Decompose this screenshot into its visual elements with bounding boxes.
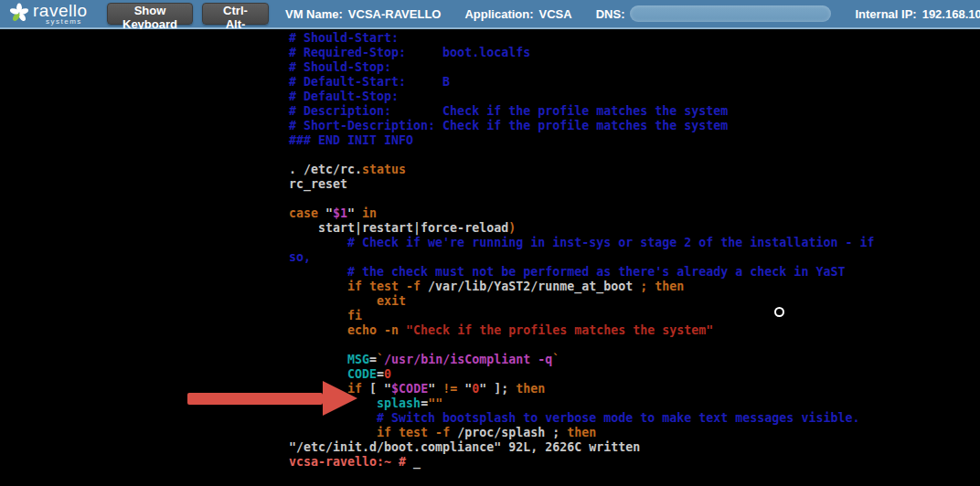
terminal-line	[289, 192, 874, 206]
terminal-line: if [ "$CODE" != "0" ]; then	[289, 382, 874, 396]
terminal-line: MSG=`/usr/bin/isCompliant -q`	[289, 353, 874, 367]
dns-redacted-value	[630, 5, 831, 22]
terminal-line: . /etc/rc.status	[289, 163, 874, 177]
terminal-line: exit	[289, 294, 874, 309]
internal-ip-field: Internal IP: 192.168.100.91	[855, 7, 980, 21]
internal-ip-label: Internal IP:	[855, 7, 916, 21]
terminal-line: # Default-Stop:	[289, 90, 874, 104]
terminal-line: # Should-Start:	[289, 31, 874, 46]
terminal-line: # the check must not be performed as the…	[289, 265, 874, 280]
terminal-line: # Required-Stop: boot.localfs	[289, 46, 874, 60]
terminal-line: echo -n "Check if the profiles matches t…	[289, 323, 874, 338]
application-value: VCSA	[539, 7, 572, 21]
mouse-cursor-ring	[774, 307, 784, 317]
terminal-line: # Description: Check if the profile matc…	[289, 104, 874, 119]
terminal-line: ### END INIT INFO	[289, 133, 874, 148]
terminal-line: # Short-Description: Check if the profil…	[289, 119, 874, 133]
vm-name-label: VM Name:	[285, 7, 343, 21]
terminal-line: "/etc/init.d/boot.compliance" 92L, 2626C…	[289, 440, 874, 455]
terminal-line: so,	[289, 250, 874, 265]
terminal-line: rc_reset	[289, 177, 874, 192]
terminal-line	[289, 338, 874, 353]
vm-name-field: VM Name: VCSA-RAVELLO	[285, 7, 441, 21]
ravello-logo: ravello systems	[9, 2, 105, 26]
terminal-line: start|restart|force-reload)	[289, 221, 874, 236]
terminal-line: vcsa-ravello:~ # _	[289, 455, 874, 470]
terminal-line: # Switch bootsplash to verbose mode to m…	[289, 411, 874, 426]
terminal-line: # Check if we're running in inst-sys or …	[289, 236, 874, 250]
internal-ip-value: 192.168.100.91	[922, 7, 980, 21]
annotation-arrow-head	[323, 381, 357, 416]
annotation-arrow-shaft	[187, 393, 323, 405]
dns-field: DNS:	[596, 5, 832, 22]
ctrl-alt-delete-button[interactable]: Ctrl-Alt-Delete	[202, 3, 269, 25]
terminal-line: if test -f /var/lib/YaST2/runme_at_boot …	[289, 280, 874, 294]
logo-subtitle: systems	[46, 18, 87, 26]
application-label: Application:	[464, 7, 533, 21]
annotation-arrow	[187, 381, 357, 416]
terminal-line: fi	[289, 309, 874, 323]
terminal-line: splash=""	[289, 396, 874, 411]
vm-console-screen[interactable]: # Should-Start:# Required-Stop: boot.loc…	[0, 29, 980, 486]
terminal-line	[289, 148, 874, 163]
terminal-line: if test -f /proc/splash ; then	[289, 426, 874, 440]
ravello-flower-icon	[9, 3, 29, 25]
console-header: ravello systems Show Keyboard Ctrl-Alt-D…	[0, 0, 980, 29]
console-text: # Should-Start:# Required-Stop: boot.loc…	[289, 31, 874, 470]
show-keyboard-button[interactable]: Show Keyboard	[107, 3, 193, 25]
dns-label: DNS:	[596, 7, 625, 21]
terminal-line: # Should-Stop:	[289, 60, 874, 75]
terminal-line: case "$1" in	[289, 206, 874, 221]
vm-name-value: VCSA-RAVELLO	[348, 7, 442, 21]
terminal-line: # Default-Start: B	[289, 75, 874, 90]
terminal-line: CODE=0	[289, 367, 874, 382]
application-field: Application: VCSA	[464, 7, 571, 21]
